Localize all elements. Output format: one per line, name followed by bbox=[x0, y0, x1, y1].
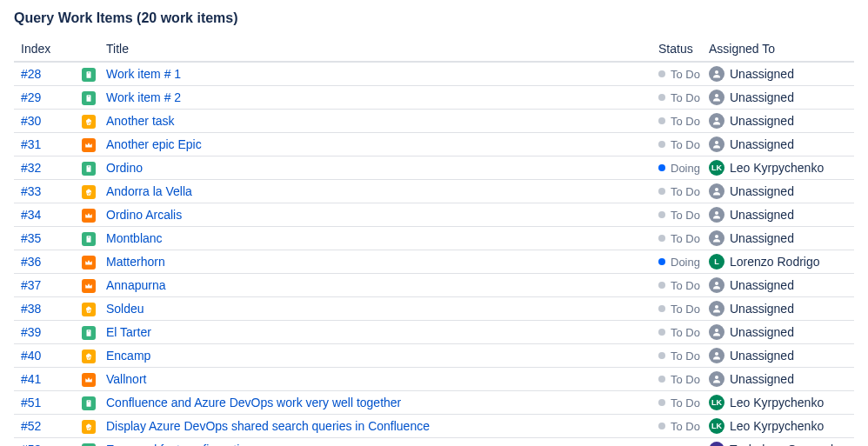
status-label: To Do bbox=[671, 373, 700, 386]
work-item-index-link[interactable]: #31 bbox=[21, 137, 41, 151]
table-row: #39El TarterTo DoUnassigned bbox=[14, 321, 854, 344]
svg-rect-2 bbox=[88, 96, 90, 97]
work-item-index-link[interactable]: #30 bbox=[21, 114, 41, 128]
work-item-index-link[interactable]: #38 bbox=[21, 302, 41, 316]
work-item-title-link[interactable]: Confluence and Azure DevOps work very we… bbox=[106, 396, 401, 409]
assignee-cell[interactable]: Unassigned bbox=[709, 371, 847, 387]
col-header-index[interactable]: Index bbox=[14, 37, 82, 62]
status-cell: To Do bbox=[658, 420, 695, 433]
table-row: #38SoldeuTo DoUnassigned bbox=[14, 297, 854, 321]
work-item-title-link[interactable]: Work item # 1 bbox=[106, 67, 181, 81]
status-label: To Do bbox=[671, 420, 700, 433]
work-item-title-link[interactable]: Encamp bbox=[106, 349, 150, 363]
assignee-name: Unassigned bbox=[730, 90, 794, 104]
assignee-cell[interactable]: Unassigned bbox=[709, 207, 847, 223]
work-item-title-link[interactable]: Display Azure DevOps shared search queri… bbox=[106, 419, 430, 433]
assignee-cell[interactable]: Unassigned bbox=[709, 66, 847, 82]
assignee-cell[interactable]: LKLeo Kyrpychenko bbox=[709, 418, 847, 434]
crown-type-icon bbox=[82, 256, 96, 270]
unassigned-avatar-icon bbox=[709, 207, 724, 223]
crown-type-icon bbox=[82, 209, 96, 223]
assignee-name: Unassigned bbox=[730, 67, 794, 81]
assignee-cell[interactable]: Unassigned bbox=[709, 113, 847, 129]
table-row: #37AnnapurnaTo DoUnassigned bbox=[14, 274, 854, 297]
assignee-cell[interactable]: Unassigned bbox=[709, 230, 847, 246]
status-label: To Do bbox=[671, 303, 700, 316]
work-item-title-link[interactable]: Annapurna bbox=[106, 278, 166, 292]
col-header-status[interactable]: Status bbox=[651, 37, 702, 62]
work-item-index-link[interactable]: #29 bbox=[21, 90, 41, 104]
status-label: To Do bbox=[671, 232, 700, 245]
work-item-title-link[interactable]: Another task bbox=[106, 114, 175, 128]
work-item-title-link[interactable]: Soldeu bbox=[106, 302, 144, 316]
work-item-index-link[interactable]: #35 bbox=[21, 231, 41, 245]
work-item-index-link[interactable]: #36 bbox=[21, 255, 41, 269]
table-row: #31Another epic EpicTo DoUnassigned bbox=[14, 133, 854, 156]
work-item-title-link[interactable]: Ordino bbox=[106, 161, 143, 175]
table-row: #29Work item # 2To DoUnassigned bbox=[14, 86, 854, 110]
status-dot-icon bbox=[658, 282, 665, 289]
unassigned-avatar-icon bbox=[709, 136, 724, 152]
assignee-name: Leo Kyrpychenko bbox=[730, 396, 824, 409]
work-item-title-link[interactable]: El Tarter bbox=[106, 325, 151, 339]
work-item-index-link[interactable]: #37 bbox=[21, 278, 41, 292]
work-item-title-link[interactable]: Another epic Epic bbox=[106, 137, 202, 151]
status-cell: To Do bbox=[658, 396, 695, 409]
unassigned-avatar-icon bbox=[709, 90, 724, 105]
table-row: #32OrdinoDoingLKLeo Kyrpychenko bbox=[14, 156, 854, 180]
status-cell: Doing bbox=[658, 162, 695, 175]
work-item-index-link[interactable]: #52 bbox=[21, 419, 41, 433]
status-cell: To Do bbox=[658, 326, 695, 339]
work-item-index-link[interactable]: #28 bbox=[21, 67, 41, 81]
work-item-index-link[interactable]: #41 bbox=[21, 372, 41, 386]
work-item-title-link[interactable]: Andorra la Vella bbox=[106, 184, 192, 198]
assignee-cell[interactable]: LKLeo Kyrpychenko bbox=[709, 395, 847, 410]
work-item-index-link[interactable]: #33 bbox=[21, 184, 41, 198]
work-item-index-link[interactable]: #39 bbox=[21, 325, 41, 339]
work-item-title-link[interactable]: Ordino Arcalis bbox=[106, 208, 182, 222]
col-header-assigned[interactable]: Assigned To bbox=[702, 37, 854, 62]
col-header-type bbox=[82, 37, 99, 62]
work-item-index-link[interactable]: #34 bbox=[21, 208, 41, 222]
epic-type-icon bbox=[82, 115, 96, 129]
assignee-cell[interactable]: Unassigned bbox=[709, 324, 847, 340]
assignee-cell[interactable]: Unassigned bbox=[709, 136, 847, 152]
col-header-title[interactable]: Title bbox=[99, 37, 651, 62]
table-row: #40EncampTo DoUnassigned bbox=[14, 344, 854, 368]
status-label: To Do bbox=[671, 115, 700, 128]
assignee-cell[interactable]: LKLeo Kyrpychenko bbox=[709, 160, 847, 176]
task-type-icon bbox=[82, 443, 96, 446]
assignee-cell[interactable]: Unassigned bbox=[709, 90, 847, 105]
assignee-cell[interactable]: LLorenzo Rodrigo bbox=[709, 254, 847, 270]
user-avatar-icon: LK bbox=[709, 395, 724, 410]
status-dot-icon bbox=[658, 188, 665, 195]
svg-rect-17 bbox=[88, 401, 90, 402]
table-row: #53Easy and fast configurationTo DoTOToc… bbox=[14, 438, 854, 447]
work-item-index-link[interactable]: #40 bbox=[21, 349, 41, 363]
work-item-index-link[interactable]: #53 bbox=[21, 443, 41, 446]
assignee-cell[interactable]: Unassigned bbox=[709, 301, 847, 316]
user-avatar-icon: TO bbox=[709, 442, 724, 446]
status-label: To Do bbox=[671, 279, 700, 292]
work-item-title-link[interactable]: Work item # 2 bbox=[106, 90, 181, 104]
work-item-index-link[interactable]: #51 bbox=[21, 396, 41, 409]
table-row: #41VallnortTo DoUnassigned bbox=[14, 368, 854, 391]
assignee-cell[interactable]: Unassigned bbox=[709, 183, 847, 199]
assignee-cell[interactable]: Unassigned bbox=[709, 277, 847, 293]
assignee-cell[interactable]: Unassigned bbox=[709, 348, 847, 363]
assignee-cell[interactable]: TOTochukwu Ozurumba bbox=[709, 442, 847, 446]
work-item-title-link[interactable]: Easy and fast configuration bbox=[106, 443, 253, 446]
status-cell: Doing bbox=[658, 256, 695, 269]
status-cell: To Do bbox=[658, 209, 695, 222]
work-item-index-link[interactable]: #32 bbox=[21, 161, 41, 175]
assignee-name: Leo Kyrpychenko bbox=[730, 161, 824, 175]
work-item-title-link[interactable]: Vallnort bbox=[106, 372, 146, 386]
task-type-icon bbox=[82, 232, 96, 246]
work-item-title-link[interactable]: Montblanc bbox=[106, 231, 163, 245]
assignee-name: Unassigned bbox=[730, 325, 794, 339]
table-row: #36MatterhornDoingLLorenzo Rodrigo bbox=[14, 250, 854, 274]
work-item-title-link[interactable]: Matterhorn bbox=[106, 255, 165, 269]
status-dot-icon bbox=[658, 94, 665, 101]
status-label: To Do bbox=[671, 326, 700, 339]
svg-point-1 bbox=[715, 70, 718, 74]
